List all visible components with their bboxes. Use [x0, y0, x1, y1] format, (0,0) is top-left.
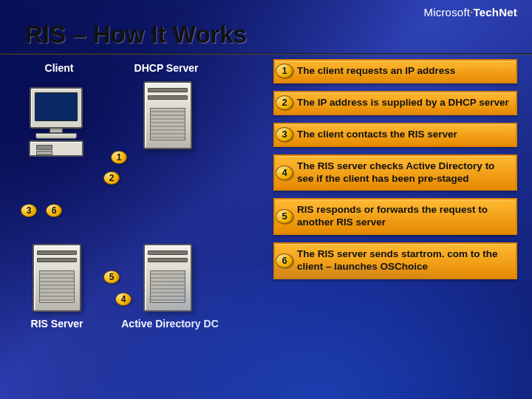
ris-server-icon — [33, 244, 81, 312]
brand-product: TechNet — [474, 6, 517, 18]
diagram-badge-2: 2 — [103, 171, 120, 185]
step-list: 1 The client requests an IP address 2 Th… — [273, 59, 517, 287]
diagram-badge-3: 3 — [21, 204, 37, 217]
step-item: 2 The IP address is supplied by a DHCP s… — [273, 91, 517, 115]
ris-label: RIS Server — [16, 318, 98, 330]
dhcp-server-icon — [143, 81, 192, 149]
step-text: The RIS server sends startrom. com to th… — [297, 248, 498, 272]
diagram-badge-5: 5 — [103, 270, 120, 284]
step-number: 1 — [276, 64, 293, 78]
step-text: The RIS server checks Active Directory t… — [297, 160, 494, 184]
step-item: 6 The RIS server sends startrom. com to … — [273, 242, 517, 279]
brand-logo: Microsoft·TechNet — [424, 6, 518, 18]
page-title: RIS – How It Works — [25, 21, 514, 49]
step-number: 6 — [276, 253, 293, 268]
step-number: 2 — [276, 95, 293, 110]
step-item: 4 The RIS server checks Active Directory… — [273, 154, 517, 191]
dhcp-label: DHCP Server — [126, 62, 207, 74]
ad-dc-icon — [143, 244, 192, 312]
brand-prefix: Microsoft — [424, 6, 471, 18]
step-text: RIS responds or forwards the request to … — [297, 204, 488, 228]
step-number: 4 — [276, 166, 293, 180]
step-item: 1 The client requests an IP address — [273, 59, 517, 83]
diagram-badge-1: 1 — [111, 151, 127, 164]
diagram-badge-6: 6 — [46, 204, 62, 217]
client-label: Client — [37, 62, 81, 74]
step-text: The client requests an IP address — [297, 65, 455, 76]
title-divider — [0, 53, 532, 55]
diagram-stage: Client DHCP Server RIS Server Active Dir… — [0, 59, 532, 399]
step-item: 5 RIS responds or forwards the request t… — [273, 198, 517, 235]
step-number: 3 — [276, 127, 293, 142]
step-text: The client contacts the RIS server — [297, 129, 457, 140]
client-icon — [24, 87, 89, 157]
step-number: 5 — [276, 209, 293, 224]
step-item: 3 The client contacts the RIS server — [273, 123, 517, 147]
step-text: The IP address is supplied by a DHCP ser… — [297, 97, 509, 108]
addc-label: Active Directory DC — [118, 318, 222, 330]
diagram-badge-4: 4 — [115, 293, 132, 306]
